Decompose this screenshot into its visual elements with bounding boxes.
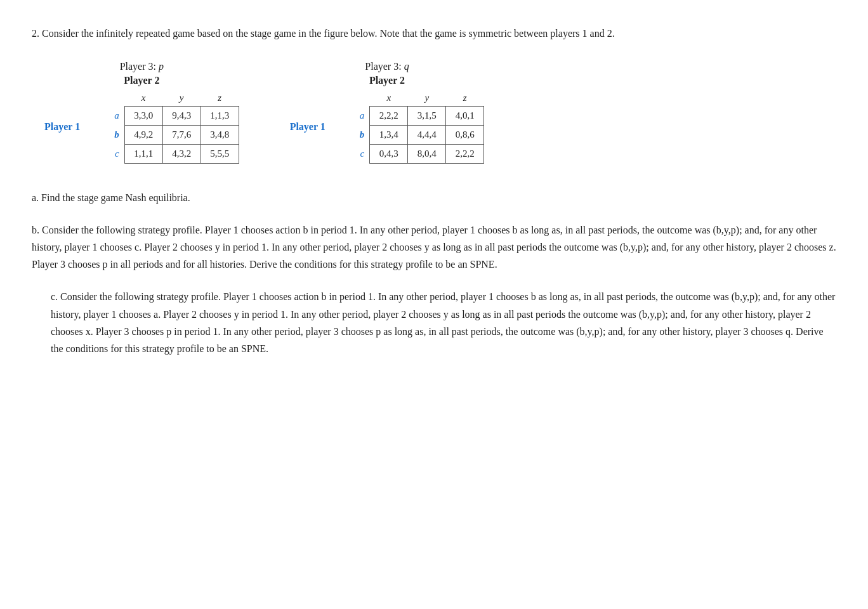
col-header-x-right: x xyxy=(370,90,408,107)
cell-b-z-right: 0,8,6 xyxy=(446,125,484,144)
matrix-block-left: Player 3: p Player 2 Player 1 x y z a xyxy=(44,61,239,164)
corner-cell-right xyxy=(332,90,370,107)
col-header-y-right: y xyxy=(408,90,446,107)
matrix-block-right: Player 3: q Player 2 Player 1 x y z a xyxy=(290,61,485,164)
corner-cell xyxy=(86,90,124,107)
table-row: b 1,3,4 4,4,4 0,8,6 xyxy=(332,125,484,144)
matrix-table-left: x y z a 3,3,0 9,4,3 1,1,3 b 4,9,2 7,7,6 xyxy=(86,90,239,164)
part-b-text: b. Consider the following strategy profi… xyxy=(32,221,836,273)
row-label-c-right: c xyxy=(332,144,370,163)
cell-a-y-right: 3,1,5 xyxy=(408,106,446,125)
col-header-z-left: z xyxy=(201,90,239,107)
player-label-wrapper-left: Player 1 x y z a 3,3,0 9,4,3 1,1,3 xyxy=(44,90,239,164)
player-label-wrapper-right: Player 1 x y z a 2,2,2 3,1,5 4,0,1 xyxy=(290,90,485,164)
main-content: 2. Consider the infinitely repeated game… xyxy=(32,25,836,357)
question-intro: 2. Consider the infinitely repeated game… xyxy=(32,25,836,42)
part-c-text: c. Consider the following strategy profi… xyxy=(51,288,836,357)
row-label-a-left: a xyxy=(86,106,124,125)
col-header-z-right: z xyxy=(446,90,484,107)
cell-c-z-right: 2,2,2 xyxy=(446,144,484,163)
matrix-title-right: Player 3: q xyxy=(365,61,409,72)
col-header-y-left: y xyxy=(162,90,201,107)
part-a-section: a. Find the stage game Nash equilibria. xyxy=(32,189,836,206)
table-row: c 0,4,3 8,0,4 2,2,2 xyxy=(332,144,484,163)
row-label-c-left: c xyxy=(86,144,124,163)
cell-b-y-right: 4,4,4 xyxy=(408,125,446,144)
cell-c-y-right: 8,0,4 xyxy=(408,144,446,163)
cell-b-x-right: 1,3,4 xyxy=(370,125,408,144)
matrix-table-right: x y z a 2,2,2 3,1,5 4,0,1 b 1,3,4 4,4,4 xyxy=(332,90,485,164)
player2-label-right: Player 2 xyxy=(369,75,405,86)
cell-c-x-right: 0,4,3 xyxy=(370,144,408,163)
part-c-section: c. Consider the following strategy profi… xyxy=(32,288,836,357)
row-label-b-right: b xyxy=(332,125,370,144)
table-row: b 4,9,2 7,7,6 3,4,8 xyxy=(86,125,239,144)
table-row: a 3,3,0 9,4,3 1,1,3 xyxy=(86,106,239,125)
cell-b-y-left: 7,7,6 xyxy=(162,125,201,144)
cell-a-z-left: 1,1,3 xyxy=(201,106,239,125)
part-b-section: b. Consider the following strategy profi… xyxy=(32,221,836,273)
player1-label-left: Player 1 xyxy=(44,121,80,133)
matrix-title-left: Player 3: p xyxy=(120,61,164,72)
cell-b-x-left: 4,9,2 xyxy=(124,125,162,144)
row-label-b-left: b xyxy=(86,125,124,144)
player2-label-left: Player 2 xyxy=(124,75,159,86)
tables-section: Player 3: p Player 2 Player 1 x y z a xyxy=(32,61,836,164)
cell-a-y-left: 9,4,3 xyxy=(162,106,201,125)
cell-b-z-left: 3,4,8 xyxy=(201,125,239,144)
cell-c-z-left: 5,5,5 xyxy=(201,144,239,163)
part-a-text: a. Find the stage game Nash equilibria. xyxy=(32,189,836,206)
row-label-a-right: a xyxy=(332,106,370,125)
cell-a-x-right: 2,2,2 xyxy=(370,106,408,125)
player1-label-right: Player 1 xyxy=(290,121,326,133)
col-header-x-left: x xyxy=(124,90,162,107)
cell-a-x-left: 3,3,0 xyxy=(124,106,162,125)
table-row: c 1,1,1 4,3,2 5,5,5 xyxy=(86,144,239,163)
table-row: a 2,2,2 3,1,5 4,0,1 xyxy=(332,106,484,125)
cell-c-x-left: 1,1,1 xyxy=(124,144,162,163)
cell-a-z-right: 4,0,1 xyxy=(446,106,484,125)
cell-c-y-left: 4,3,2 xyxy=(162,144,201,163)
